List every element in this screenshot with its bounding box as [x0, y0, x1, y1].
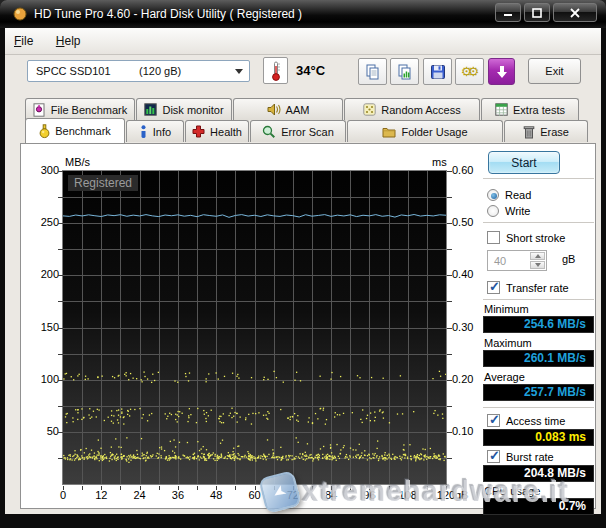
x-tick [446, 486, 447, 490]
benchmark-icon [39, 124, 50, 139]
tab-label: Erase [540, 126, 569, 138]
copy-image-button[interactable] [390, 58, 419, 85]
short-stroke-checkbox[interactable]: Short stroke [487, 231, 565, 244]
x-tick [255, 486, 256, 490]
burst-rate-label: Burst rate [506, 451, 554, 463]
y-right-tick [447, 171, 452, 172]
x-tick [235, 486, 236, 490]
x-tick-label: 96 [355, 489, 383, 501]
y-right-tick [447, 275, 452, 276]
drive-capacity: (120 gB) [139, 65, 181, 77]
menu-file[interactable]: File [5, 28, 42, 48]
read-label: Read [505, 189, 531, 201]
y-left-axis-title: MB/s [65, 156, 90, 168]
y-right-tick-label: 0.20 [452, 373, 473, 385]
benchmark-plot [62, 170, 447, 485]
tab-extra-tests[interactable]: Extra tests [481, 98, 579, 120]
x-tick [120, 486, 121, 490]
error-scan-icon [262, 125, 276, 139]
separator [483, 178, 594, 179]
tab-erase[interactable]: Erase [504, 120, 588, 142]
x-tick [389, 486, 390, 490]
x-tick [312, 486, 313, 490]
update-button[interactable] [488, 58, 515, 85]
y-left-tick [58, 249, 63, 250]
y-left-tick-label: 250 [25, 216, 59, 228]
extra-tests-icon [495, 103, 508, 116]
burst-rate-value: 204.8 MB/s [483, 465, 594, 482]
separator [483, 299, 594, 300]
short-stroke-label: Short stroke [506, 232, 565, 244]
separator [483, 222, 594, 223]
menu-help[interactable]: Help [47, 28, 90, 48]
temperature-indicator [263, 57, 288, 84]
thermometer-icon [269, 60, 283, 82]
menu-bar: File Help [5, 28, 601, 55]
burst-rate-checkbox[interactable]: Burst rate [487, 450, 554, 463]
cpu-usage-label: CPU usage [484, 485, 540, 497]
y-left-tick [58, 458, 63, 459]
tab-error-scan[interactable]: Error Scan [250, 120, 346, 142]
tab-benchmark[interactable]: Benchmark [25, 118, 125, 143]
access-time-checkbox[interactable]: Access time [487, 414, 565, 427]
registered-watermark: Registered [68, 175, 138, 191]
minimum-value: 254.6 MB/s [483, 316, 594, 333]
tab-file-benchmark[interactable]: File Benchmark [25, 98, 135, 120]
copy-button[interactable] [358, 58, 387, 85]
drive-select[interactable]: SPCC SSD101 (120 gB) [27, 60, 250, 82]
hdtune-window: HD Tune Pro 4.60 - Hard Disk Utility ( R… [0, 0, 606, 528]
y-left-tick [58, 275, 63, 276]
maximize-button[interactable] [524, 3, 550, 22]
x-tick-label: 36 [164, 489, 192, 501]
x-tick [140, 486, 141, 490]
minimize-button[interactable] [495, 3, 521, 22]
x-tick [216, 486, 217, 490]
transfer-rate-checkbox[interactable]: Transfer rate [487, 281, 569, 294]
y-left-tick [58, 380, 63, 381]
tab-aam[interactable]: AAM [233, 98, 343, 120]
spinner-up-button[interactable] [530, 252, 545, 260]
y-right-tick [447, 458, 452, 459]
x-tick [82, 486, 83, 490]
spinner-down-button[interactable] [530, 261, 545, 269]
y-left-tick [58, 432, 63, 433]
tab-folder-usage[interactable]: Folder Usage [347, 120, 503, 142]
temperature-value: 34°C [296, 63, 325, 78]
drive-name: SPCC SSD101 [36, 65, 111, 77]
x-tick [159, 486, 160, 490]
x-tick [197, 486, 198, 490]
close-button[interactable] [553, 3, 597, 22]
write-radio[interactable]: Write [487, 205, 530, 217]
tab-disk-monitor[interactable]: Disk monitor [136, 98, 232, 120]
y-right-axis-title: ms [432, 156, 447, 168]
save-button[interactable] [423, 58, 452, 85]
options-button[interactable]: ⚙⚙ [455, 58, 484, 85]
y-left-tick-label: 300 [25, 164, 59, 176]
capacity-spinner[interactable]: 40 [487, 250, 547, 271]
tab-label: Error Scan [281, 126, 334, 138]
tab-random-access[interactable]: Random Access [344, 98, 480, 120]
copy-image-icon [397, 64, 413, 80]
y-left-tick [58, 171, 63, 172]
tab-info[interactable]: Info [126, 120, 184, 142]
aam-icon [267, 103, 281, 116]
tab-health[interactable]: Health [185, 120, 249, 142]
close-icon [570, 8, 580, 18]
exit-label: Exit [545, 65, 563, 77]
exit-button[interactable]: Exit [528, 58, 581, 84]
start-button[interactable]: Start [488, 151, 560, 174]
maximum-value: 260.1 MB/s [483, 350, 594, 367]
read-radio[interactable]: Read [487, 189, 531, 201]
x-tick-label: 108 [394, 489, 422, 501]
tab-row-primary: Benchmark Info Health Err [25, 120, 589, 143]
tab-label: Health [210, 126, 242, 138]
y-right-tick [447, 223, 452, 224]
benchmark-page: MB/s ms Registered 300250200150100500.60… [20, 143, 596, 509]
info-icon [139, 125, 148, 139]
tab-label: File Benchmark [51, 104, 127, 116]
y-right-tick [447, 301, 452, 302]
x-tick [427, 486, 428, 490]
x-tick-label: 72 [279, 489, 307, 501]
chevron-down-icon [235, 69, 243, 78]
x-tick-label: 12 [87, 489, 115, 501]
